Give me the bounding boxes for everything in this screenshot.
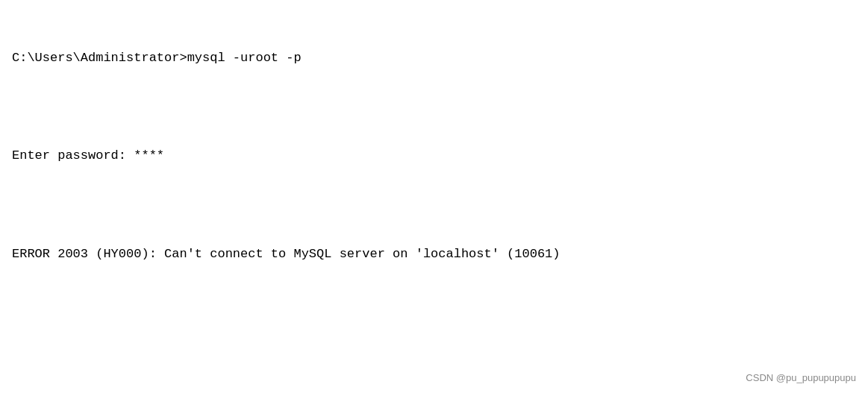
watermark: CSDN @pu_pupupupupu <box>746 371 856 386</box>
terminal-line-4 <box>12 343 856 362</box>
terminal-window: C:\Users\Administrator>mysql -uroot -p E… <box>0 0 868 393</box>
terminal-line-2: Enter password: **** <box>12 146 856 166</box>
terminal-line-1: C:\Users\Administrator>mysql -uroot -p <box>12 48 856 68</box>
terminal-line-3: ERROR 2003 (HY000): Can't connect to MyS… <box>12 245 856 264</box>
